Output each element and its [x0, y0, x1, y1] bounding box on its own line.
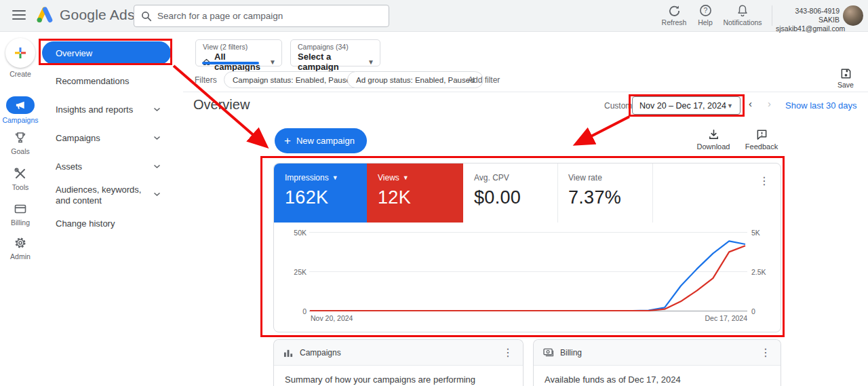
rail-item-goals[interactable]: Goals [0, 130, 41, 155]
nav-item-change-history[interactable]: Change history [56, 218, 115, 229]
google-ads-logo-icon [35, 6, 54, 24]
avg-cpv-label: Avg. CPV [474, 173, 509, 182]
plus-icon: + [284, 134, 291, 148]
notifications-label: Notifications [723, 18, 762, 26]
scorecard-view-rate[interactable]: View rate 7.37% [557, 163, 652, 223]
overview-chart-card: Impressions▼ 162K Views▼ 12K Avg. CPV $0… [273, 163, 781, 332]
billing-card-body: Available funds as of Dec 17, 2024 [534, 366, 781, 386]
billing-card-menu-button[interactable]: ⋮ [760, 347, 771, 358]
filter-chip-ad-group-status[interactable]: Ad group status: Enabled, Paused [347, 71, 484, 88]
nav-item-assets[interactable]: Assets [56, 161, 82, 172]
rail-item-billing[interactable]: Billing [0, 201, 41, 227]
view-filter-label: View (2 filters) [203, 43, 276, 51]
save-icon [840, 68, 852, 79]
create-button[interactable] [5, 38, 35, 68]
nav-item-overview[interactable]: Overview [42, 41, 171, 64]
scorecard-impressions[interactable]: Impressions▼ 162K [274, 163, 367, 223]
scorecard-avg-cpv[interactable]: Avg. CPV $0.00 [463, 163, 557, 223]
nav-item-audiences-keywords-content[interactable]: Audiences, keywords, and content [56, 185, 155, 206]
google-ads-logo: Google Ads [35, 6, 135, 24]
nav-item-insights-and-reports[interactable]: Insights and reports [56, 104, 133, 115]
nav-item-campaigns[interactable]: Campaigns [56, 133, 100, 143]
help-button[interactable]: ? Help [693, 4, 717, 26]
notifications-button[interactable]: Notifications [720, 4, 765, 26]
campaigns-card-header: Campaigns ⋮ [274, 340, 523, 366]
create-plus-icon [13, 45, 28, 60]
view-rate-value: 7.37% [568, 187, 652, 208]
google-ads-app: Google Ads Refresh ? Help [0, 0, 868, 386]
y-axis-right-tick: 5K [751, 229, 778, 237]
scorecard-divider [557, 163, 558, 223]
impressions-value: 162K [285, 187, 367, 208]
rail-item-admin[interactable]: Admin [0, 235, 41, 260]
left-rail: Create Campaigns Goals [0, 32, 41, 386]
download-button[interactable]: Download [696, 129, 730, 151]
chevron-down-icon[interactable] [153, 192, 161, 197]
rail-item-tools[interactable]: Tools [0, 166, 41, 191]
date-range-picker[interactable]: Nov 20 – Dec 17, 2024 ▼ [632, 96, 741, 115]
view-filter-dropdown[interactable]: View (2 filters) All campaigns ▼ [195, 39, 282, 66]
account-info[interactable]: 343-806-4919 SAKIB sjsakib41@gmail.com [776, 7, 840, 33]
page-title: Overview [193, 97, 250, 113]
new-campaign-button[interactable]: + New campaign [275, 128, 367, 153]
views-label: Views [378, 173, 399, 182]
menu-icon[interactable] [12, 10, 26, 20]
refresh-label: Refresh [662, 18, 687, 26]
filter-chip-campaign-status[interactable]: Campaign status: Enabled, Paused [224, 71, 363, 88]
refresh-button[interactable]: Refresh [659, 4, 689, 26]
megaphone-icon [15, 100, 26, 110]
rail-item-campaigns[interactable]: Campaigns [0, 96, 41, 124]
chevron-down-icon[interactable] [153, 107, 161, 112]
section-divider [183, 92, 868, 92]
gear-icon [14, 236, 27, 250]
save-button[interactable]: Save [831, 68, 860, 89]
bar-chart-icon [283, 348, 294, 358]
campaign-select-label: Campaigns (34) [298, 43, 374, 51]
chevron-down-icon[interactable] [153, 164, 161, 169]
rail-goals-label: Goals [11, 147, 29, 155]
campaigns-card-title: Campaigns [300, 348, 496, 358]
billing-card-title: Billing [560, 348, 754, 358]
metric-caret-icon: ▼ [403, 174, 409, 181]
chart-card-menu-button[interactable]: ⋮ [759, 176, 770, 187]
notifications-bell-icon [736, 4, 749, 17]
view-rate-label: View rate [568, 173, 602, 182]
feedback-button[interactable]: Feedback [744, 129, 779, 151]
campaigns-card-menu-button[interactable]: ⋮ [502, 347, 513, 358]
global-search [134, 5, 389, 27]
billing-card: Billing ⋮ Available funds as of Dec 17, … [533, 339, 781, 386]
x-axis-start-label: Nov 20, 2024 [311, 314, 353, 322]
avatar[interactable] [843, 5, 863, 26]
dropdown-caret-icon: ▼ [368, 58, 374, 66]
chevron-down-icon[interactable] [153, 136, 161, 140]
scorecard-divider [652, 163, 653, 223]
rail-admin-label: Admin [10, 252, 31, 260]
rail-tools-label: Tools [12, 183, 29, 191]
chart-line-impressions [310, 241, 745, 311]
account-id: 343-806-4919 SAKIB [776, 7, 840, 24]
view-filter-active-indicator [202, 62, 259, 64]
y-axis-right-tick: 2.5K [751, 268, 778, 276]
previous-period-button[interactable]: ‹ [749, 98, 752, 109]
campaigns-pill [6, 96, 35, 114]
new-campaign-label: New campaign [296, 136, 355, 146]
rail-item-create[interactable]: Create [0, 38, 41, 78]
rail-create-label: Create [9, 70, 31, 78]
scorecard-views[interactable]: Views▼ 12K [367, 163, 463, 223]
search-icon [141, 11, 152, 22]
nav-item-recommendations[interactable]: Recommendations [56, 76, 129, 86]
dropdown-caret-icon: ▼ [727, 102, 733, 109]
search-input[interactable] [157, 11, 382, 21]
add-filter-button[interactable]: Add filter [468, 75, 500, 85]
next-period-button[interactable]: › [768, 98, 771, 109]
campaigns-card-body: Summary of how your campaigns are perfor… [274, 366, 523, 386]
filters-label: Filters [195, 75, 217, 85]
dropdown-caret-icon: ▼ [269, 58, 276, 66]
y-axis-left-tick: 25K [279, 268, 307, 276]
show-last-30-days-link[interactable]: Show last 30 days [785, 100, 857, 111]
feedback-label: Feedback [745, 142, 778, 151]
campaign-select-dropdown[interactable]: Campaigns (34) Select a campaign ▼ [290, 39, 380, 66]
tools-icon [14, 167, 27, 180]
annotation-arrow-to-card [576, 117, 629, 144]
trophy-icon [14, 131, 27, 144]
